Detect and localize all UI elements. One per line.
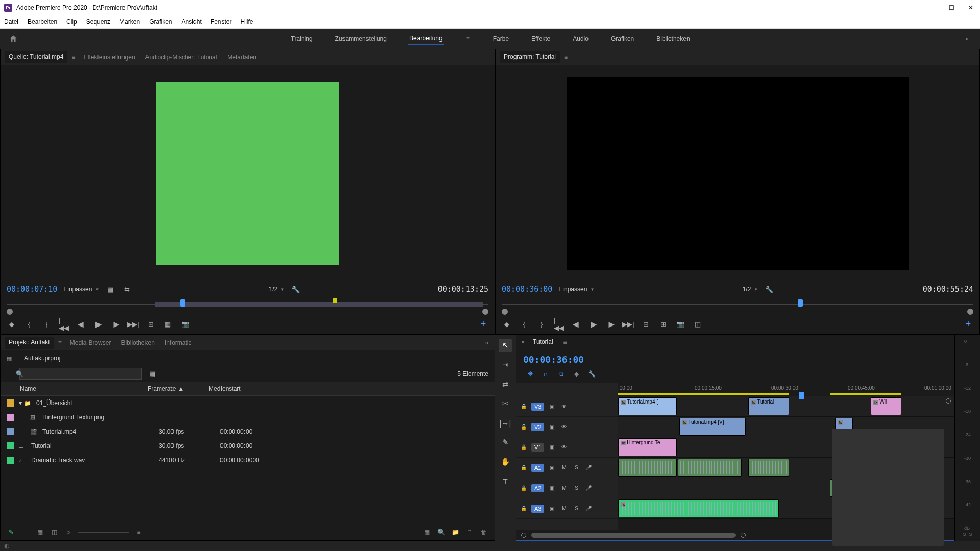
sync-lock-icon[interactable]: ▣ — [547, 504, 556, 513]
new-bin-icon[interactable]: ▦ — [147, 369, 157, 379]
close-button[interactable]: ✕ — [966, 4, 976, 11]
project-row[interactable]: 🖼Hintergrund Textur.png — [1, 410, 495, 424]
zoom-slider-handle[interactable]: ○ — [64, 528, 73, 537]
solo-button[interactable]: S — [572, 484, 581, 493]
project-row[interactable]: ▾📁01_Übersicht — [1, 396, 495, 410]
sync-lock-icon[interactable]: ▣ — [547, 463, 556, 472]
zoom-slider-track[interactable] — [78, 532, 129, 533]
eye-icon[interactable]: 👁 — [559, 402, 569, 411]
clip[interactable]: fxWil — [871, 397, 901, 415]
footer-pen-icon[interactable]: ✎ — [7, 528, 16, 537]
type-tool[interactable]: T — [499, 474, 512, 488]
timeline-playhead[interactable] — [802, 383, 802, 530]
lock-icon[interactable]: 🔒 — [519, 443, 528, 452]
tab-info[interactable]: Informatic — [161, 337, 196, 348]
program-export-frame-button[interactable]: 📷 — [675, 319, 685, 329]
label-swatch[interactable] — [7, 442, 14, 449]
program-extract-button[interactable]: ⊞ — [658, 319, 668, 329]
insert-sequence-toggle[interactable]: ❋ — [525, 369, 535, 379]
workspace-overflow-icon[interactable]: » — [960, 35, 974, 42]
step-back-button[interactable]: ◀| — [76, 319, 86, 329]
track-header-v1[interactable]: 🔒 V1 ▣ 👁 — [516, 437, 618, 458]
clip[interactable]: fxTutorial.mp4 [V] — [679, 418, 746, 436]
export-frame-button[interactable]: 📷 — [180, 319, 190, 329]
project-row[interactable]: 🎬Tutorial.mp430,00 fps00:00:00:00 — [1, 424, 495, 439]
program-add-marker-button[interactable]: ◆ — [502, 319, 512, 329]
clip[interactable] — [618, 459, 677, 477]
project-overflow-icon[interactable]: » — [483, 339, 491, 346]
minimize-button[interactable]: — — [927, 4, 937, 11]
meter-solo-left[interactable]: S — [963, 532, 966, 537]
track-header-a3[interactable]: 🔒 A3 ▣ M S 🎤 — [516, 498, 618, 519]
clip[interactable]: fxTutorial.mp4 [ — [618, 397, 677, 415]
timeline-settings-button[interactable]: 🔧 — [586, 369, 597, 379]
program-button-editor-button[interactable]: + — [963, 319, 973, 329]
new-item-button[interactable]: 🗋 — [465, 528, 474, 537]
sync-lock-icon[interactable]: ▣ — [547, 484, 556, 493]
overwrite-button[interactable]: ▦ — [163, 319, 173, 329]
sync-lock-icon[interactable]: ▣ — [547, 422, 556, 432]
sync-lock-icon[interactable]: ▣ — [547, 443, 556, 452]
tab-metadata[interactable]: Metadaten — [223, 52, 260, 63]
eye-icon[interactable]: 👁 — [559, 443, 569, 452]
sync-lock-icon[interactable]: ▣ — [547, 402, 556, 411]
source-drag-icon[interactable]: ⇆ — [121, 284, 132, 294]
record-icon[interactable]: 🎤 — [584, 484, 593, 493]
program-step-forward-button[interactable]: |▶ — [606, 319, 616, 329]
button-editor-button[interactable]: + — [478, 319, 488, 329]
clip[interactable] — [678, 459, 742, 477]
mute-button[interactable]: M — [559, 463, 569, 472]
zoom-handle-right[interactable] — [741, 533, 746, 538]
source-fit-dropdown[interactable]: Einpassen▼ — [63, 286, 99, 293]
add-marker-timeline-button[interactable]: ◆ — [571, 369, 581, 379]
menu-sequenz[interactable]: Sequenz — [86, 18, 110, 26]
project-row[interactable]: ☰Tutorial30,00 fps00:00:00:00 — [1, 439, 495, 453]
timeline-ruler[interactable]: :00:0000:00:15:0000:00:30:0000:00:45:000… — [618, 383, 954, 396]
menu-marken[interactable]: Marken — [119, 18, 140, 26]
tab-project[interactable]: Projekt: Auftakt — [5, 337, 54, 349]
tab-audio-mixer[interactable]: Audioclip-Mischer: Tutorial — [141, 52, 222, 63]
workspace-bibliotheken[interactable]: Bibliotheken — [655, 33, 691, 44]
clip[interactable]: fxTutorial — [748, 397, 789, 415]
column-name[interactable]: Name — [20, 385, 148, 392]
workspace-grafiken[interactable]: Grafiken — [610, 33, 635, 44]
tab-effect-controls[interactable]: Effekteinstellungen — [79, 52, 139, 63]
step-forward-button[interactable]: |▶ — [111, 319, 121, 329]
track-header-v3[interactable]: 🔒 V3 ▣ 👁 — [516, 396, 618, 417]
workspace-training[interactable]: Training — [290, 33, 314, 44]
go-to-in-button[interactable]: |◀◀ — [59, 319, 69, 329]
track-scroll-top[interactable] — [946, 398, 951, 404]
find-button[interactable]: 🔍 — [436, 528, 446, 537]
new-bin-button[interactable]: 📁 — [451, 528, 460, 537]
menu-fenster[interactable]: Fenster — [211, 18, 232, 26]
workspace-audio[interactable]: Audio — [572, 33, 590, 44]
program-go-to-in-button[interactable]: |◀◀ — [554, 319, 564, 329]
play-button[interactable]: ▶ — [93, 319, 104, 329]
program-playhead[interactable] — [798, 299, 803, 307]
automate-to-sequence-button[interactable]: ▦ — [422, 528, 431, 537]
hand-tool[interactable]: ✋ — [499, 455, 512, 468]
program-mark-in-button[interactable]: { — [519, 319, 529, 329]
workspace-zusammenstellung[interactable]: Zusammenstellung — [334, 33, 388, 44]
eye-icon[interactable]: 👁 — [559, 422, 569, 432]
workspace-menu-icon[interactable]: ≡ — [464, 35, 472, 42]
maximize-button[interactable]: ☐ — [946, 4, 957, 11]
program-settings-icon[interactable]: 🔧 — [764, 284, 774, 294]
source-playhead[interactable] — [180, 299, 185, 307]
label-swatch[interactable] — [7, 457, 14, 464]
source-scrubber[interactable] — [7, 298, 488, 312]
timeline-tab-menu-icon[interactable]: ≡ — [561, 339, 569, 346]
linked-selection-toggle[interactable]: ⧉ — [556, 369, 566, 379]
mute-button[interactable]: M — [559, 504, 569, 513]
menu-clip[interactable]: Clip — [66, 18, 77, 26]
clip[interactable] — [748, 459, 789, 477]
label-swatch[interactable] — [7, 399, 14, 407]
tab-program[interactable]: Programm: Tutorial — [500, 51, 560, 63]
zoom-handle-left[interactable] — [521, 533, 526, 538]
sequence-tab[interactable]: Tutorial — [529, 336, 557, 348]
clip[interactable]: fxHintergrund Te — [618, 438, 677, 456]
menu-hilfe[interactable]: Hilfe — [241, 18, 253, 26]
track-header-v2[interactable]: 🔒 V2 ▣ 👁 — [516, 417, 618, 437]
lock-icon[interactable]: 🔒 — [519, 402, 528, 411]
clip[interactable]: fx — [618, 499, 779, 517]
